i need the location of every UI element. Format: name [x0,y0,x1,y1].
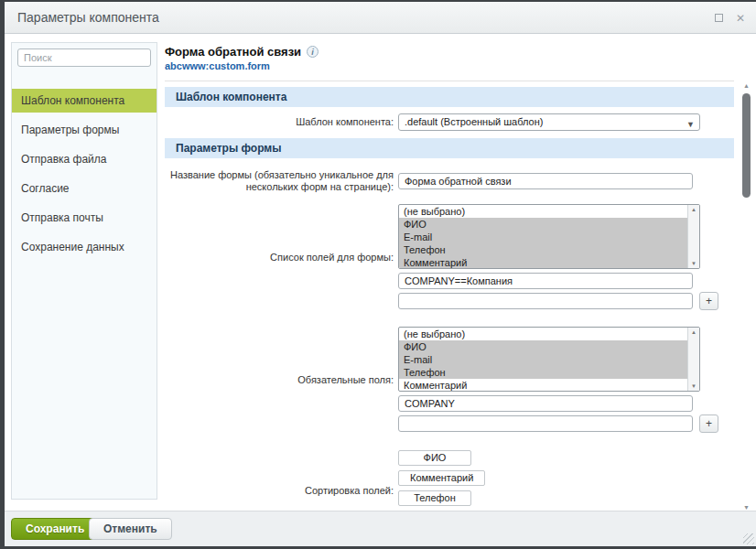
template-select-value: .default (Встроенный шаблон) [405,116,543,127]
search-input[interactable] [17,48,151,67]
listbox-option[interactable]: Комментарий [399,379,687,392]
required-custom-value-input[interactable] [398,395,693,412]
listbox-option[interactable]: E-mail [399,353,687,366]
fields-custom-value-input[interactable] [398,273,693,289]
listbox-option[interactable]: ФИО [399,340,687,353]
required-fields-group: (не выбрано) ФИО E-mail Телефон Коммента… [398,327,718,433]
sort-item-comment[interactable]: Комментарий [398,470,485,486]
sort-item-phone[interactable]: Телефон [398,490,471,506]
listbox-option[interactable]: Телефон [399,243,687,256]
sidebar-item-consent[interactable]: Согласие [12,177,157,200]
add-required-field-button[interactable]: + [699,414,718,433]
scroll-up-icon[interactable]: ▲ [691,207,697,212]
sidebar-item-file-upload[interactable]: Отправка файла [12,147,157,171]
required-fields-label: Обязательные поля: [165,374,394,386]
listbox-option[interactable]: (не выбрано) [399,328,687,340]
sidebar-item-component-template[interactable]: Шаблон компонента [12,89,157,113]
cancel-button[interactable]: Отменить [89,518,172,540]
dialog-title: Параметры компонента [17,2,159,34]
template-select[interactable]: .default (Встроенный шаблон) ▼ [398,113,700,131]
sort-fields-label: Сортировка полей: [165,485,394,497]
required-listbox[interactable]: (не выбрано) ФИО E-mail Телефон Коммента… [398,327,700,392]
divider [165,81,734,81]
section-header-template: Шаблон компонента [165,87,734,107]
resize-grip-icon[interactable] [743,533,754,544]
form-name-label: Название формы (обязательно уникальное д… [165,169,394,193]
add-field-button[interactable]: + [699,292,718,310]
chevron-down-icon: ▼ [686,117,695,133]
listbox-option[interactable]: (не выбрано) [399,205,687,218]
scroll-up-icon[interactable]: ▲ [740,82,752,89]
sidebar-menu: Шаблон компонента Параметры формы Отправ… [12,89,157,259]
listbox-option[interactable]: E-mail [399,231,687,243]
close-icon[interactable]: ✕ [736,13,745,24]
dialog-footer: Сохранить Отменить [5,511,756,546]
sort-fields-group: ФИО Комментарий Телефон E-mail [398,450,485,511]
listbox-scrollbar[interactable]: ▲ ▼ [687,328,699,391]
scroll-down-icon[interactable]: ▼ [740,504,752,511]
fields-listbox[interactable]: (не выбрано) ФИО E-mail Телефон Коммента… [398,204,700,269]
scroll-up-icon[interactable]: ▲ [691,329,697,335]
main-scrollbar[interactable]: ▲ ▼ [740,82,752,511]
fields-list-group: (не выбрано) ФИО E-mail Телефон Коммента… [398,204,718,310]
required-new-value-input[interactable] [398,415,693,432]
fields-list-label: Список полей для формы: [165,252,394,264]
section-header-form-params: Параметры формы [165,138,734,158]
listbox-option[interactable]: ФИО [399,218,687,231]
maximize-icon[interactable] [715,14,723,22]
dialog-titlebar: Параметры компонента ✕ [5,2,756,34]
listbox-option[interactable]: Телефон [399,366,687,379]
fields-new-value-input[interactable] [398,293,693,309]
window-controls: ✕ [715,2,745,34]
component-parameters-dialog: Параметры компонента ✕ Шаблон компонента… [5,2,756,546]
sidebar-item-mail-send[interactable]: Отправка почты [12,206,157,230]
sidebar-item-data-save[interactable]: Сохранение данных [12,235,157,259]
template-label: Шаблон компонента: [165,116,394,128]
scrollbar-thumb[interactable] [742,93,751,198]
page-title: Форма обратной связи [165,45,301,59]
sort-item-fio[interactable]: ФИО [398,450,471,466]
component-id: abcwww:custom.form [165,60,734,71]
sidebar-item-form-params[interactable]: Параметры формы [12,118,157,142]
scroll-down-icon[interactable]: ▼ [691,383,697,389]
listbox-scrollbar[interactable]: ▲ ▼ [687,205,699,268]
sidebar: Шаблон компонента Параметры формы Отправ… [11,42,157,500]
info-icon[interactable]: i [307,46,319,58]
save-button[interactable]: Сохранить [11,518,99,540]
main-content: Форма обратной связи i abcwww:custom.for… [165,40,734,511]
form-name-input[interactable] [398,173,693,189]
scroll-down-icon[interactable]: ▼ [691,261,697,266]
listbox-option[interactable]: Комментарий [399,256,687,269]
